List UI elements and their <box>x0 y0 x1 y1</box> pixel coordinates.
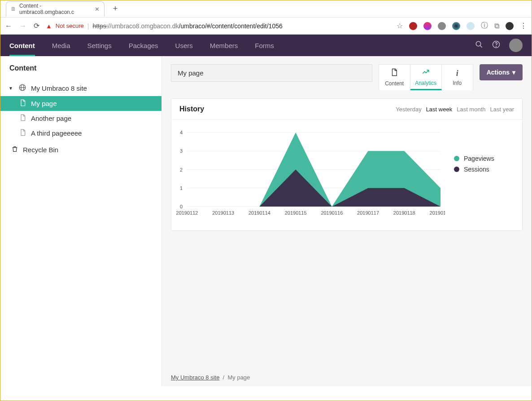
nav-buttons: ← → ⟳ <box>5 22 39 30</box>
chart-icon <box>422 68 430 78</box>
tree-item-another[interactable]: Another page <box>0 111 161 126</box>
tab-label: Info <box>453 80 462 86</box>
browser-tab-title: Content - umbraco8.omgbacon.c <box>19 3 95 15</box>
history-chart: 0123420190112201901132019011420190115201… <box>176 128 445 222</box>
legend-sessions: Sessions <box>464 166 489 173</box>
actions-label: Actions <box>487 69 510 76</box>
tree-root-label: My Umbraco 8 site <box>31 84 87 92</box>
breadcrumb: My Umbraco 8 site / My page <box>171 374 250 381</box>
nav-packages[interactable]: Packages <box>129 42 158 49</box>
svg-text:20190119: 20190119 <box>430 210 445 216</box>
sidebar-title: Content <box>0 56 161 78</box>
browser-tab[interactable]: 🗎 Content - umbraco8.omgbacon.c ✕ <box>6 1 105 17</box>
svg-text:1: 1 <box>180 185 183 191</box>
tab-info[interactable]: i Info <box>442 64 473 90</box>
extensions: ⓘ ⧉ ⋮ <box>409 21 527 31</box>
tab-analytics[interactable]: Analytics <box>410 64 442 90</box>
tree-item-label: Recycle Bin <box>23 146 58 154</box>
star-icon[interactable]: ☆ <box>397 22 403 30</box>
help-icon[interactable] <box>492 40 500 50</box>
caret-down-icon: ▾ <box>512 69 515 76</box>
address-bar[interactable]: ▲ Not secure | https://umbraco8.omgbacon… <box>46 22 390 30</box>
svg-text:20190117: 20190117 <box>357 210 379 216</box>
search-icon[interactable] <box>475 40 483 50</box>
nav-users[interactable]: Users <box>175 42 193 49</box>
document-icon <box>19 114 26 123</box>
menu-icon[interactable]: ⋮ <box>520 22 527 30</box>
chart-legend: Pageviews Sessions <box>445 128 499 222</box>
nav-settings[interactable]: Settings <box>87 42 112 49</box>
content-sidebar: Content ▼ My Umbraco 8 site My page Anot… <box>0 56 162 386</box>
close-tab-icon[interactable]: ✕ <box>95 6 100 13</box>
warning-icon: ▲ <box>46 22 52 30</box>
tree-recycle-bin[interactable]: Recycle Bin <box>0 142 161 157</box>
document-icon <box>390 68 398 79</box>
svg-text:0: 0 <box>180 204 183 209</box>
range-lastmonth[interactable]: Last month <box>457 106 485 113</box>
svg-text:20190112: 20190112 <box>176 210 198 216</box>
tree-item-label: A third pageeeee <box>31 129 82 137</box>
range-yesterday[interactable]: Yesterday <box>396 106 421 113</box>
document-icon <box>19 129 26 137</box>
forward-button[interactable]: → <box>19 22 26 30</box>
browser-tabstrip: 🗎 Content - umbraco8.omgbacon.c ✕ + <box>0 0 532 18</box>
ext-icon-2[interactable] <box>423 22 432 30</box>
ext-icon-1[interactable] <box>409 22 417 30</box>
url-text: https://umbraco8.omgbacon.dk/umbraco/#/c… <box>92 22 282 30</box>
date-range-selector: Yesterday Last week Last month Last year <box>396 106 514 113</box>
svg-text:2: 2 <box>180 167 183 172</box>
content-tabs: Content Analytics i Info <box>379 64 473 90</box>
tree-item-third[interactable]: A third pageeeee <box>0 126 161 141</box>
nav-media[interactable]: Media <box>52 42 70 49</box>
reload-button[interactable]: ⟳ <box>34 22 39 30</box>
actions-button[interactable]: Actions ▾ <box>480 64 523 80</box>
ext-icon-4[interactable] <box>452 22 460 30</box>
svg-point-0 <box>476 41 481 46</box>
main-panel: Content Analytics i Info Actions ▾ Histo… <box>162 56 532 386</box>
tree-root[interactable]: ▼ My Umbraco 8 site <box>0 80 161 96</box>
caret-down-icon[interactable]: ▼ <box>9 86 13 91</box>
page-icon: 🗎 <box>11 6 16 12</box>
svg-point-3 <box>496 46 497 47</box>
svg-text:20190114: 20190114 <box>249 210 270 216</box>
cast-icon[interactable]: ⧉ <box>494 22 499 30</box>
back-button[interactable]: ← <box>5 22 12 30</box>
tab-content[interactable]: Content <box>379 64 410 90</box>
tab-label: Analytics <box>415 80 436 86</box>
ext-icon-3[interactable] <box>438 22 446 30</box>
svg-text:4: 4 <box>180 130 183 135</box>
nav-content[interactable]: Content <box>9 42 35 49</box>
document-icon <box>19 99 26 108</box>
new-tab-button[interactable]: + <box>109 3 122 15</box>
security-label: Not secure <box>56 22 84 29</box>
tab-label: Content <box>385 80 404 87</box>
nav-members[interactable]: Members <box>210 42 238 49</box>
ext-icon-5[interactable] <box>467 22 475 30</box>
trash-icon <box>11 145 18 154</box>
browser-toolbar: ← → ⟳ ▲ Not secure | https://umbraco8.om… <box>0 18 532 35</box>
info-icon[interactable]: ⓘ <box>481 21 488 31</box>
legend-pageviews: Pageviews <box>464 155 494 162</box>
breadcrumb-root[interactable]: My Umbraco 8 site <box>171 374 219 381</box>
range-lastweek[interactable]: Last week <box>426 106 453 113</box>
history-panel: History Yesterday Last week Last month L… <box>171 98 523 231</box>
svg-text:3: 3 <box>180 148 183 154</box>
page-title-input[interactable] <box>171 64 372 82</box>
svg-line-1 <box>480 45 482 48</box>
user-avatar[interactable] <box>509 39 523 52</box>
breadcrumb-leaf: My page <box>227 374 250 381</box>
svg-text:20190118: 20190118 <box>393 210 415 216</box>
globe-icon <box>18 84 26 93</box>
tree-item-label: My page <box>31 100 57 107</box>
info-icon: i <box>456 69 458 78</box>
panel-title: History <box>179 105 204 113</box>
nav-forms[interactable]: Forms <box>255 42 274 49</box>
range-lastyear[interactable]: Last year <box>490 106 514 113</box>
profile-avatar[interactable] <box>506 22 514 30</box>
svg-text:20190113: 20190113 <box>212 210 234 216</box>
legend-dot-pageviews <box>454 156 459 161</box>
svg-text:20190116: 20190116 <box>321 210 343 216</box>
svg-text:20190115: 20190115 <box>285 210 307 216</box>
tree-item-label: Another page <box>31 115 71 122</box>
tree-item-mypage[interactable]: My page <box>0 96 161 111</box>
